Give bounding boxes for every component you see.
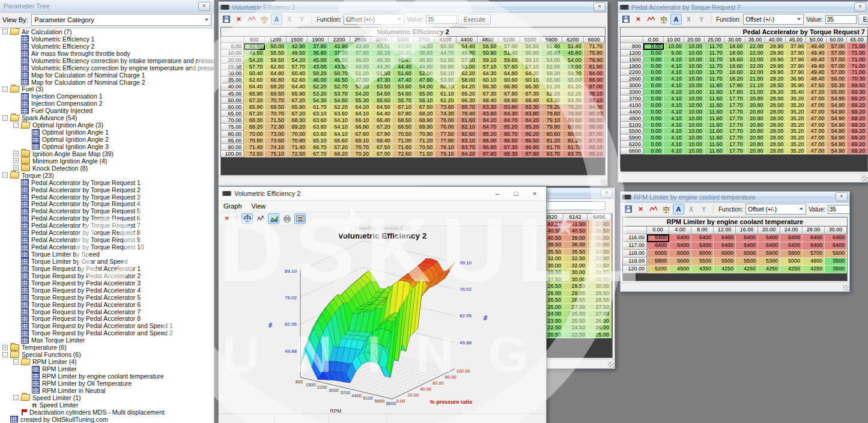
- table-cell[interactable]: 71.00: [847, 50, 867, 56]
- table-cell[interactable]: 81.20: [541, 138, 562, 144]
- column-header[interactable]: 16.00: [736, 227, 758, 234]
- table-cell[interactable]: 87.00: [584, 138, 605, 144]
- delete-icon[interactable]: ×: [635, 204, 646, 215]
- column-header[interactable]: 45.00: [786, 37, 806, 43]
- menu-graph[interactable]: Graph: [219, 202, 247, 210]
- table-cell[interactable]: 71.20: [414, 138, 435, 144]
- table-cell[interactable]: 0.00: [643, 76, 664, 82]
- table-cell[interactable]: 55.60: [371, 97, 392, 104]
- table-cell[interactable]: 47.00: [806, 122, 827, 129]
- table-cell[interactable]: 5500: [736, 258, 758, 266]
- table-cell[interactable]: 55.30: [827, 82, 847, 89]
- table-cell[interactable]: 71.00: [847, 69, 867, 76]
- table-cell[interactable]: 69.20: [847, 141, 867, 148]
- column-header[interactable]: 12.00: [714, 227, 736, 234]
- tree-item[interactable]: Torque Request by Pedal Accelerator 2: [0, 272, 214, 279]
- table-cell[interactable]: 70.00: [244, 131, 265, 138]
- table-cell[interactable]: 43.40: [350, 43, 371, 50]
- table-cell[interactable]: 4250: [780, 266, 803, 273]
- table-cell[interactable]: 49.40: [806, 69, 827, 76]
- table-cell[interactable]: 4.10: [664, 96, 684, 102]
- table-cell[interactable]: 67.10: [392, 104, 413, 111]
- compare-scales-icon[interactable]: [658, 14, 669, 25]
- table-cell[interactable]: 6000: [736, 250, 758, 258]
- table-cell[interactable]: 10.00: [684, 76, 705, 82]
- table-cell[interactable]: 28.00: [765, 135, 786, 141]
- table-cell[interactable]: 73.60: [435, 104, 456, 111]
- table-cell[interactable]: 56.10: [414, 97, 435, 104]
- table-cell[interactable]: 64.10: [329, 131, 350, 138]
- table-cell[interactable]: 17.70: [725, 115, 745, 122]
- table-cell[interactable]: 39.00: [563, 235, 587, 242]
- table-cell[interactable]: 35.50: [563, 249, 587, 256]
- table-cell[interactable]: 68.20: [329, 151, 350, 157]
- column-header[interactable]: 5900: [541, 37, 562, 43]
- table-cell[interactable]: 49.50: [287, 50, 308, 56]
- table-cell[interactable]: 86.00: [478, 138, 499, 144]
- table-cell[interactable]: 35.20: [786, 122, 806, 129]
- table-cell[interactable]: 35.20: [786, 148, 806, 154]
- table-cell[interactable]: 37.30: [329, 50, 350, 56]
- table-cell[interactable]: 66.10: [350, 117, 371, 124]
- tree-item[interactable]: -Air Calculation (7): [0, 28, 214, 35]
- table-cell[interactable]: 54.90: [827, 109, 847, 115]
- row-header[interactable]: 4800: [621, 115, 643, 122]
- table-cell[interactable]: 18.60: [725, 43, 745, 50]
- table-cell[interactable]: 28.00: [765, 141, 786, 148]
- tree-item[interactable]: Pedal Accelerator by Torque Request 8: [0, 229, 214, 236]
- window-titlebar[interactable]: RPM Limiter by engine coolant temperatur…: [621, 192, 849, 202]
- tree-item[interactable]: -Spark Advance (54): [0, 114, 214, 121]
- row-header[interactable]: 30.00: [221, 70, 244, 77]
- table-cell[interactable]: 54.90: [827, 96, 847, 102]
- table-cell[interactable]: 44.40: [392, 64, 413, 70]
- table-cell[interactable]: 57.60: [499, 64, 520, 70]
- table-cell[interactable]: 60.10: [435, 84, 456, 90]
- table-cell[interactable]: 68.30: [287, 117, 308, 124]
- maximize-button[interactable]: □: [508, 190, 524, 197]
- table-cell[interactable]: 11.60: [705, 102, 725, 109]
- row-header[interactable]: 5500: [621, 128, 643, 135]
- resize-grip[interactable]: [601, 179, 607, 185]
- table-cell[interactable]: 57.70: [244, 64, 265, 70]
- table-cell[interactable]: 54.90: [827, 122, 847, 129]
- table-cell[interactable]: 79.90: [541, 124, 562, 130]
- table-cell[interactable]: 64.80: [265, 70, 286, 77]
- table-cell[interactable]: 28.50: [563, 297, 587, 304]
- table-cell[interactable]: 54.90: [827, 115, 847, 122]
- table-cell[interactable]: 5900: [758, 250, 780, 258]
- table-cell[interactable]: 4.10: [664, 82, 684, 89]
- table-cell[interactable]: 86.00: [584, 124, 605, 130]
- table-cell[interactable]: 50.90: [435, 64, 456, 70]
- table-cell[interactable]: 36.00: [587, 235, 612, 242]
- table-cell[interactable]: 50.00: [265, 43, 286, 50]
- table-cell[interactable]: 71.60: [392, 144, 413, 151]
- table-cell[interactable]: 52.90: [435, 57, 456, 64]
- table-cell[interactable]: 20.80: [745, 122, 766, 129]
- table-cell[interactable]: 32.50: [563, 255, 587, 263]
- table-cell[interactable]: 6400: [647, 242, 669, 250]
- close-icon[interactable]: ×: [527, 190, 542, 197]
- table-cell[interactable]: 62.20: [562, 91, 583, 97]
- table-cell[interactable]: 70.80: [287, 138, 308, 144]
- table-cell[interactable]: 4250: [803, 266, 825, 273]
- map-edit-icon[interactable]: A: [670, 14, 682, 25]
- table-cell[interactable]: 83.80: [499, 104, 520, 111]
- table-cell[interactable]: 0.00: [643, 102, 664, 109]
- table-cell[interactable]: 4.10: [664, 76, 684, 82]
- table-cell[interactable]: 69.20: [847, 128, 867, 135]
- column-header[interactable]: 10.00: [664, 37, 684, 43]
- graph-view-icon[interactable]: [246, 14, 257, 25]
- table-cell[interactable]: 28.00: [765, 115, 786, 122]
- table-cell[interactable]: 60.40: [244, 70, 265, 77]
- tree-item[interactable]: Pedal Accelerator by Torque Request 1: [0, 179, 214, 186]
- table-cell[interactable]: 64.20: [350, 104, 371, 111]
- table-cell[interactable]: 70.90: [414, 131, 435, 138]
- table-cell[interactable]: 51.60: [392, 70, 413, 77]
- table-cell[interactable]: 83.30: [520, 104, 541, 111]
- function-select[interactable]: Offset (+/-): [745, 204, 806, 215]
- table-cell[interactable]: 87.00: [584, 84, 605, 90]
- table-cell[interactable]: 37.90: [786, 50, 806, 56]
- table-cell[interactable]: 6400: [803, 234, 825, 242]
- table-cell[interactable]: 0.00: [643, 69, 664, 76]
- table-cell[interactable]: 69.20: [847, 115, 867, 122]
